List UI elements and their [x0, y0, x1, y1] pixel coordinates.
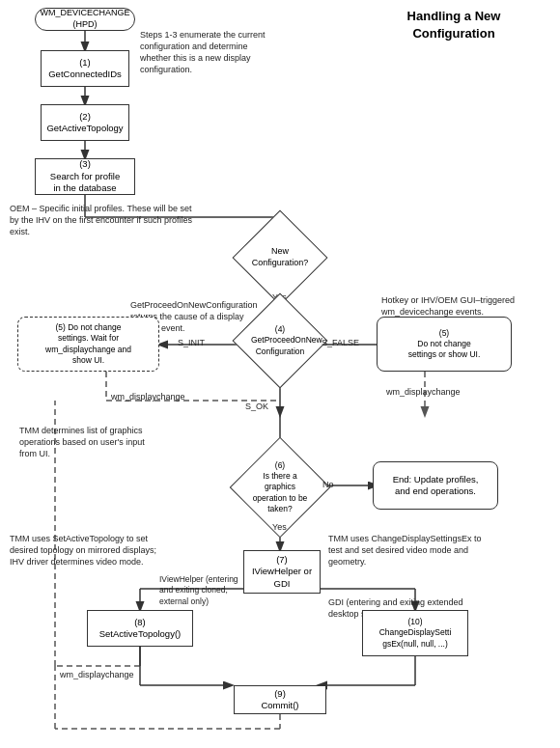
graphics-diamond: (6) Is there a graphics operation to be …: [244, 452, 316, 523]
new-config-diamond: New Configuration?: [246, 224, 314, 291]
box8-node: (8) SetActiveTopology(): [87, 610, 193, 647]
s-ok-label: S_OK: [245, 401, 268, 412]
wm-devicechange-node: WM_DEVICECHANGE (HPD): [35, 8, 135, 31]
box5-left-node: (5) Do not change settings. Wait for wm_…: [17, 317, 159, 372]
hotkey-annotation: Hotkey or IHV/OEM GUI–triggered wm_devic…: [381, 294, 517, 318]
tmm-set-annotation: TMM uses SetActiveTopology to set desire…: [10, 533, 159, 568]
steps-annotation: Steps 1-3 enumerate the current configur…: [140, 29, 275, 76]
box5-right-node: (5) Do not change settings or show UI.: [377, 317, 512, 372]
tmm-list-annotation: TMM determines list of graphics operatio…: [19, 425, 164, 459]
no-label: No: [322, 479, 334, 490]
oem-annotation: OEM – Specific initial profiles. These w…: [10, 203, 203, 237]
yes2-label: Yes: [272, 521, 287, 533]
s-false-label: S_FALSE: [322, 337, 359, 348]
box11-node: End: Update profiles, and end operations…: [373, 461, 498, 510]
get-proceed-diamond: (4) GetProceedOnNew Configuration: [246, 307, 314, 374]
wm-displaychange-label1: wm_displaychange: [111, 391, 185, 402]
wm-displaychange-label2: wm_displaychange: [386, 386, 461, 398]
s-init-label: S_INIT: [178, 337, 205, 348]
iviewhelper-annotation: IViewHelper (entering and exiting cloned…: [159, 574, 246, 607]
tmm-change-annotation: TMM uses ChangeDisplaySettingsEx to test…: [328, 533, 497, 568]
diagram-container: Handling a New Configuration: [0, 0, 560, 748]
box10-node: (10) ChangeDisplaySetti gsEx(null, null,…: [362, 610, 468, 656]
box1-node: (1) GetConnectedIDs: [41, 50, 129, 87]
box9-node: (9) Commit(): [234, 685, 326, 714]
wm-displaychange-label3: wm_displaychange: [60, 669, 134, 680]
box7-node: (7) IViewHelper or GDI: [243, 550, 321, 594]
box3-node: (3) Search for profile in the database: [35, 158, 135, 195]
box2-node: (2) GetActiveTopology: [41, 104, 129, 141]
